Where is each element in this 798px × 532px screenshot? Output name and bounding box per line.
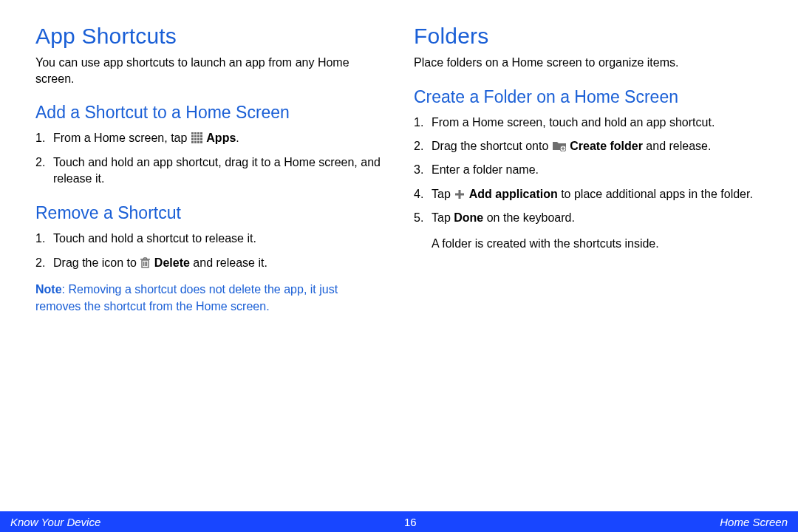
step-number: 1. bbox=[35, 231, 45, 247]
svg-rect-12 bbox=[191, 141, 194, 143]
apps-label: Apps bbox=[206, 132, 236, 144]
footer-page-number: 16 bbox=[404, 516, 417, 528]
step-text: Drag the shortcut onto bbox=[432, 140, 552, 152]
remove-shortcut-steps: 1. Touch and hold a shortcut to release … bbox=[35, 231, 384, 271]
create-folder-step-3: 3. Enter a folder name. bbox=[432, 162, 763, 178]
svg-rect-0 bbox=[191, 132, 194, 134]
manual-page: App Shortcuts You can use app shortcuts … bbox=[0, 0, 798, 532]
step-number: 2. bbox=[414, 138, 423, 154]
add-shortcut-step-2: 2. Touch and hold an app shortcut, drag … bbox=[53, 154, 384, 188]
create-folder-step-5: 5. Tap Done on the keyboard. bbox=[432, 210, 763, 226]
create-folder-icon bbox=[553, 140, 566, 151]
plus-icon bbox=[454, 189, 465, 200]
done-label: Done bbox=[454, 211, 483, 224]
svg-rect-6 bbox=[197, 135, 200, 137]
svg-rect-3 bbox=[200, 132, 202, 134]
add-application-label: Add application bbox=[469, 188, 558, 200]
heading-create-folder: Create a Folder on a Home Screen bbox=[414, 87, 763, 107]
svg-rect-13 bbox=[194, 141, 197, 143]
svg-rect-10 bbox=[197, 138, 200, 140]
step-text-end: and release. bbox=[643, 140, 712, 152]
folders-intro: Place folders on a Home screen to organi… bbox=[414, 55, 763, 71]
step-number: 5. bbox=[414, 210, 423, 226]
step-number: 4. bbox=[414, 186, 423, 202]
step-text: From a Home screen, tap bbox=[53, 132, 191, 144]
svg-rect-4 bbox=[191, 135, 194, 137]
footer-right: Home Screen bbox=[720, 516, 788, 528]
footer-left: Know Your Device bbox=[10, 516, 100, 528]
svg-rect-7 bbox=[200, 135, 202, 137]
create-folder-label: Create folder bbox=[570, 140, 643, 152]
step-number: 2. bbox=[35, 255, 45, 271]
step-text: Tap bbox=[432, 211, 454, 224]
svg-rect-2 bbox=[197, 132, 200, 134]
step-number: 1. bbox=[35, 130, 45, 146]
note-body: : Removing a shortcut does not delete th… bbox=[35, 283, 338, 312]
note-label: Note bbox=[35, 283, 62, 296]
step-text: Enter a folder name. bbox=[432, 163, 539, 176]
create-folder-step-1: 1. From a Home screen, touch and hold an… bbox=[432, 115, 763, 131]
heading-remove-shortcut: Remove a Shortcut bbox=[35, 203, 384, 223]
step-text: Touch and hold an app shortcut, drag it … bbox=[53, 156, 381, 185]
heading-folders: Folders bbox=[414, 24, 763, 49]
remove-shortcut-note: Note: Removing a shortcut does not delet… bbox=[35, 282, 384, 315]
remove-shortcut-step-1: 1. Touch and hold a shortcut to release … bbox=[53, 231, 384, 247]
step-number: 2. bbox=[35, 154, 45, 171]
svg-rect-15 bbox=[200, 141, 202, 143]
right-column: Folders Place folders on a Home screen t… bbox=[414, 24, 763, 315]
heading-add-shortcut: Add a Shortcut to a Home Screen bbox=[35, 103, 384, 123]
add-shortcut-steps: 1. From a Home screen, tap Apps. 2. bbox=[35, 130, 384, 187]
step-text: Drag the icon to bbox=[53, 256, 140, 269]
heading-app-shortcuts: App Shortcuts bbox=[35, 24, 384, 49]
delete-label: Delete bbox=[154, 256, 190, 269]
remove-shortcut-step-2: 2. Drag the icon to Delete and release i… bbox=[53, 255, 384, 271]
step-text-end: and release it. bbox=[190, 256, 267, 269]
left-column: App Shortcuts You can use app shortcuts … bbox=[35, 24, 384, 315]
svg-rect-9 bbox=[194, 138, 197, 140]
svg-rect-1 bbox=[194, 132, 197, 134]
step-text-end: . bbox=[236, 132, 239, 144]
step-number: 1. bbox=[414, 115, 423, 131]
page-footer: Know Your Device 16 Home Screen bbox=[0, 511, 798, 532]
add-shortcut-step-1: 1. From a Home screen, tap Apps. bbox=[53, 130, 384, 146]
svg-rect-5 bbox=[194, 135, 197, 137]
step-text: Tap bbox=[432, 188, 454, 200]
step-text: Touch and hold a shortcut to release it. bbox=[53, 232, 256, 245]
svg-rect-8 bbox=[191, 138, 194, 140]
trash-icon bbox=[140, 257, 150, 268]
apps-grid-icon bbox=[191, 132, 202, 143]
step-text-end: on the keyboard. bbox=[483, 211, 575, 224]
svg-rect-14 bbox=[197, 141, 200, 143]
step-text-end: to place additional apps in the folder. bbox=[558, 188, 753, 200]
create-folder-step-2: 2. Drag the shortcut onto Create folder … bbox=[432, 138, 763, 154]
step-number: 3. bbox=[414, 162, 423, 178]
step-text: From a Home screen, touch and hold an ap… bbox=[432, 116, 715, 129]
create-folder-result: A folder is created with the shortcuts i… bbox=[414, 236, 763, 252]
app-shortcuts-intro: You can use app shortcuts to launch an a… bbox=[35, 55, 384, 86]
create-folder-step-4: 4. Tap Add application to place addition… bbox=[432, 186, 763, 202]
create-folder-steps: 1. From a Home screen, touch and hold an… bbox=[414, 115, 763, 227]
two-column-layout: App Shortcuts You can use app shortcuts … bbox=[35, 24, 763, 315]
svg-rect-11 bbox=[200, 138, 202, 140]
